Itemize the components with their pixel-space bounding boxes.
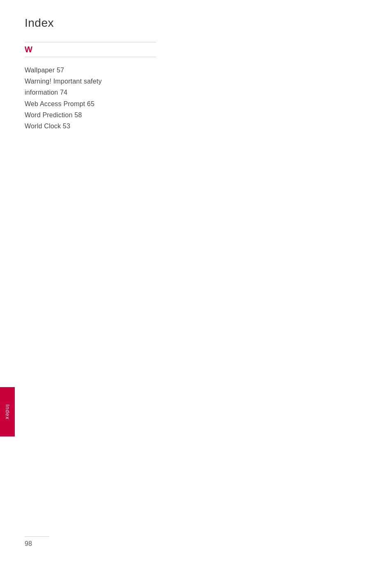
side-tab: Index	[0, 387, 15, 436]
section-header-row: W	[25, 42, 156, 57]
index-page-number: 65	[87, 100, 95, 107]
list-item: Warning! Important safety	[25, 76, 367, 87]
index-term: information	[25, 89, 58, 96]
index-page-number: 53	[63, 123, 70, 130]
section-w: W Wallpaper 57 Warning! Important safety…	[25, 42, 367, 132]
bottom-divider	[25, 536, 49, 537]
list-item: Word Prediction 58	[25, 109, 367, 121]
index-list-w: Wallpaper 57 Warning! Important safety i…	[25, 65, 367, 132]
section-letter-w: W	[25, 45, 32, 54]
page-number-bottom: 98	[25, 540, 32, 548]
list-item: Wallpaper 57	[25, 65, 367, 76]
bottom-area: 98	[25, 536, 49, 548]
list-item: information 74	[25, 87, 367, 98]
index-page-number: 58	[74, 111, 82, 118]
index-page-number: 57	[57, 67, 64, 74]
page-container: Index W Wallpaper 57 Warning! Important …	[0, 0, 392, 564]
page-title: Index	[25, 16, 367, 30]
index-term: Web Access Prompt	[25, 100, 85, 107]
index-term: World Clock	[25, 123, 61, 130]
index-page-number: 74	[60, 89, 67, 96]
side-tab-label: Index	[5, 404, 11, 420]
list-item: Web Access Prompt 65	[25, 98, 367, 109]
index-term: Wallpaper	[25, 67, 55, 74]
index-term: Warning! Important safety	[25, 78, 102, 85]
index-term: Word Prediction	[25, 111, 73, 118]
list-item: World Clock 53	[25, 121, 367, 132]
